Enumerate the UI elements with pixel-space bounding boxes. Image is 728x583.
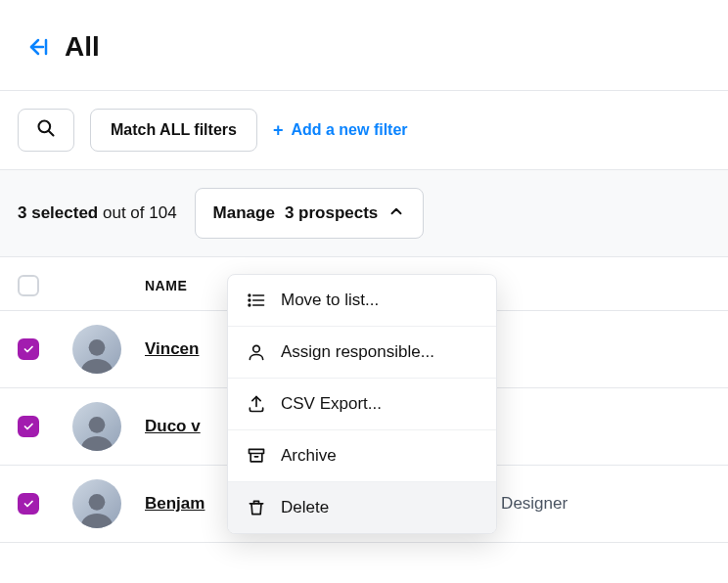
menu-label: Delete	[281, 498, 329, 517]
menu-label: Assign responsible...	[281, 342, 434, 362]
back-icon[interactable]	[27, 35, 51, 59]
svg-rect-8	[250, 449, 264, 453]
prospect-name-link[interactable]: Duco v	[145, 417, 201, 435]
svg-point-3	[89, 494, 106, 511]
archive-icon	[246, 446, 267, 466]
manage-dropdown: Move to list... Assign responsible... CS…	[227, 274, 497, 534]
avatar	[72, 402, 121, 451]
search-button[interactable]	[18, 109, 74, 152]
row-checkbox[interactable]	[18, 416, 39, 437]
row-checkbox[interactable]	[18, 493, 39, 515]
row-checkbox[interactable]	[18, 338, 39, 360]
add-filter-label: Add a new filter	[291, 121, 407, 139]
add-filter-button[interactable]: + Add a new filter	[273, 120, 408, 141]
column-name: NAME	[145, 278, 187, 293]
prospect-name-link[interactable]: Benjam	[145, 494, 205, 513]
user-icon	[246, 342, 267, 362]
menu-label: Move to list...	[281, 291, 379, 310]
menu-csv-export[interactable]: CSV Export...	[228, 378, 496, 429]
menu-label: Archive	[281, 446, 337, 466]
selection-count: 3 selected out of 104	[18, 203, 177, 223]
menu-label: CSV Export...	[281, 394, 382, 414]
selection-total: out of 104	[103, 203, 177, 222]
svg-point-5	[249, 299, 250, 301]
match-filters-button[interactable]: Match ALL filters	[90, 109, 257, 152]
select-all-checkbox[interactable]	[18, 275, 39, 296]
trash-icon	[246, 498, 267, 517]
svg-point-7	[253, 345, 260, 352]
export-icon	[246, 394, 267, 414]
svg-point-4	[249, 294, 250, 296]
chevron-up-icon	[387, 202, 405, 225]
svg-point-1	[89, 339, 106, 356]
svg-point-6	[249, 304, 250, 306]
avatar	[72, 325, 121, 374]
manage-prefix: Manage	[213, 203, 275, 223]
prospect-name-link[interactable]: Vincen	[145, 339, 199, 358]
selection-strong: 3 selected	[18, 203, 98, 222]
list-icon	[246, 291, 267, 310]
menu-assign-responsible[interactable]: Assign responsible...	[228, 326, 496, 378]
filter-bar: Match ALL filters + Add a new filter	[0, 91, 728, 169]
match-filters-label: Match ALL filters	[111, 121, 237, 139]
selection-bar: 3 selected out of 104 Manage 3 prospects	[0, 169, 728, 257]
svg-point-2	[89, 417, 106, 433]
page-title: All	[65, 31, 100, 63]
search-icon	[36, 118, 56, 142]
menu-delete[interactable]: Delete	[228, 481, 496, 533]
menu-archive[interactable]: Archive	[228, 429, 496, 481]
plus-icon: +	[273, 120, 284, 141]
manage-count: 3 prospects	[285, 203, 378, 223]
menu-move-to-list[interactable]: Move to list...	[228, 275, 496, 326]
page-header: All	[0, 0, 728, 90]
manage-prospects-button[interactable]: Manage 3 prospects	[195, 188, 425, 239]
avatar	[72, 479, 121, 528]
